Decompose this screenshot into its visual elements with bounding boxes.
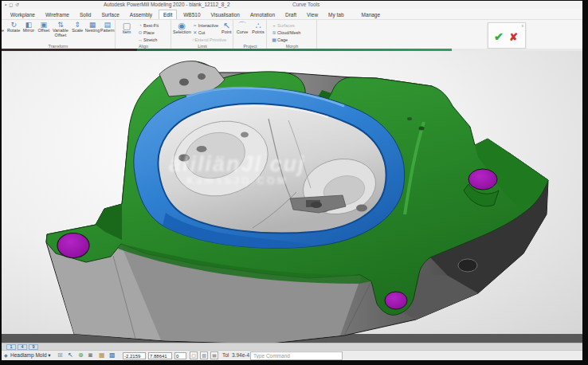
tab-annotation[interactable]: Annotation — [246, 10, 279, 19]
tab-manage[interactable]: Manage — [358, 10, 385, 19]
item-label: Item — [116, 30, 137, 35]
cut-button[interactable]: ✕Cut — [192, 29, 221, 36]
points-label: Points — [250, 30, 266, 35]
rotate-label: Rotate — [6, 29, 22, 33]
tab-wb510[interactable]: WB510 — [179, 10, 204, 19]
scale-label: Scale — [70, 29, 85, 33]
offset-label: Offset — [36, 29, 51, 33]
green-hole-2 — [407, 117, 412, 120]
best-fit-button[interactable]: ◔Best-Fit — [137, 22, 159, 29]
curve-button[interactable]: ⌒Curve — [234, 21, 250, 35]
group-project: ⌒Curve ∴Points Project — [234, 20, 267, 49]
levels-strip: 1 4 9 — [2, 343, 582, 350]
stretch-button[interactable]: ↔Stretch — [137, 36, 159, 43]
tolerance-value: 3.94e-4 — [232, 352, 249, 358]
tab-view[interactable]: View — [303, 10, 322, 19]
surfaces-morph-button[interactable]: ◒Surfaces — [271, 22, 300, 29]
scale-button[interactable]: ⇕Scale — [70, 21, 85, 33]
tab-surface[interactable]: Surface — [97, 10, 123, 19]
extend-primitive-label: Extend Primitive — [194, 37, 226, 42]
cage-icon: ▦ — [271, 37, 277, 42]
item-button[interactable]: ▢Item — [116, 21, 137, 35]
point-button[interactable]: ↖Point — [221, 21, 233, 35]
status-toggle-1-icon[interactable]: ▢ — [190, 351, 198, 359]
viewport-3d[interactable]: äliliänJl cuj KamsSJD.COM — [2, 51, 582, 343]
pattern-label: Pattern — [100, 29, 115, 33]
axes-icon[interactable]: ⊕ — [78, 351, 84, 359]
panel-close-icon[interactable]: x — [522, 23, 524, 28]
selection-label: Selection — [172, 30, 192, 35]
cut-icon: ✕ — [192, 29, 198, 35]
group-transform: ⊕Move ↻Rotate ◧Mirror ▣Offset ⇅Variable … — [2, 20, 116, 49]
cloud-mesh-icon: ≋ — [271, 29, 277, 35]
tab-workplane[interactable]: Workplane — [6, 10, 39, 19]
variable-offset-button[interactable]: ⇅Variable Offset — [51, 21, 70, 37]
tab-edit[interactable]: Edit — [159, 10, 177, 19]
selection-button[interactable]: ◉Selection — [172, 21, 192, 35]
offset-button[interactable]: ▣Offset — [36, 21, 51, 33]
interactive-button[interactable]: ≈Interactive — [192, 22, 221, 29]
stretch-label: Stretch — [143, 37, 157, 42]
mirror-label: Mirror — [22, 29, 37, 33]
purple-insert-bottom — [385, 292, 407, 309]
cloud-mesh-button[interactable]: ≋Cloud/Mesh — [271, 29, 300, 36]
level-tab-1[interactable]: 1 — [6, 344, 16, 350]
pattern-button[interactable]: ▤Pattern — [100, 21, 115, 33]
mirror-button[interactable]: ◧Mirror — [22, 21, 37, 33]
green-hole-1 — [419, 127, 425, 131]
tab-my-tab[interactable]: My tab — [324, 10, 348, 19]
level-tab-9[interactable]: 9 — [29, 344, 38, 350]
place-button[interactable]: ⊙Place — [137, 29, 159, 36]
nesting-label: Nesting — [85, 29, 100, 33]
tab-draft[interactable]: Draft — [281, 10, 300, 19]
cancel-button[interactable]: ✘ — [509, 31, 518, 43]
status-toggle-3-icon[interactable]: ▤ — [210, 351, 218, 359]
tolerance-label: Tol — [222, 352, 229, 358]
point-label: Point — [221, 30, 233, 35]
coord-y-field[interactable] — [148, 352, 172, 359]
cage-label: Cage — [277, 37, 288, 42]
mold-model[interactable] — [2, 51, 582, 343]
level-tab-4[interactable]: 4 — [18, 344, 27, 350]
surfaces-morph-label: Surfaces — [277, 23, 295, 28]
place-label: Place — [143, 30, 155, 35]
contextual-tab-group-label: Curve Tools — [292, 2, 319, 7]
cursor-icon[interactable]: ↖ — [68, 351, 73, 359]
tab-solid[interactable]: Solid — [76, 10, 95, 19]
points-button[interactable]: ∴Points — [250, 21, 266, 35]
ribbon: ⊕Move ↻Rotate ◧Mirror ▣Offset ⇅Variable … — [2, 20, 582, 49]
interactive-icon: ≈ — [192, 23, 198, 28]
best-fit-icon: ◔ — [137, 23, 143, 28]
coord-z-field[interactable] — [174, 352, 186, 359]
extend-primitive-button[interactable]: ○Extend Primitive — [192, 36, 221, 43]
status-toggle-2-icon[interactable]: ▥ — [200, 351, 208, 359]
grid-icon[interactable]: ▩ — [109, 351, 116, 359]
ribbon-tab-bar: Workplane Wireframe Solid Surface Assemb… — [2, 9, 582, 20]
tab-visualisation[interactable]: Visualisation — [207, 10, 244, 19]
lock-icon[interactable]: ◙ — [88, 351, 92, 359]
accept-button[interactable]: ✔ — [494, 30, 504, 43]
purple-insert-left — [57, 234, 89, 258]
group-morph: ◒Surfaces ≋Cloud/Mesh ▦Cage Morph — [268, 20, 317, 49]
stretch-icon: ↔ — [137, 37, 143, 42]
window-content: ▪◻↺ Autodesk PowerMill Modeling 2020 - b… — [2, 1, 582, 360]
interactive-label: Interactive — [198, 23, 218, 28]
table-icon[interactable]: ▦ — [99, 351, 105, 359]
confirm-panel: ✔ ✘ x — [488, 22, 526, 49]
tab-assembly[interactable]: Assembly — [126, 10, 156, 19]
cloud-mesh-label: Cloud/Mesh — [277, 30, 300, 35]
status-lead-icon: ◆ — [4, 351, 8, 359]
nesting-button[interactable]: ▦Nesting — [85, 21, 100, 33]
surfaces-morph-icon: ◒ — [271, 23, 277, 28]
tab-wireframe[interactable]: Wireframe — [41, 10, 73, 19]
model-selector-label: Headlamp Mold — [10, 352, 47, 358]
cage-button[interactable]: ▦Cage — [271, 36, 300, 43]
rotate-button[interactable]: ↻Rotate — [6, 21, 22, 33]
quick-access-icons[interactable]: ▪◻↺ — [5, 2, 22, 7]
best-fit-label: Best-Fit — [143, 23, 159, 28]
command-input[interactable] — [250, 351, 343, 360]
coord-x-field[interactable] — [123, 352, 146, 359]
snap-icon[interactable]: ⊞ — [57, 351, 63, 359]
model-selector[interactable]: Headlamp Mold ▾ — [10, 352, 51, 359]
place-icon: ⊙ — [137, 29, 143, 35]
